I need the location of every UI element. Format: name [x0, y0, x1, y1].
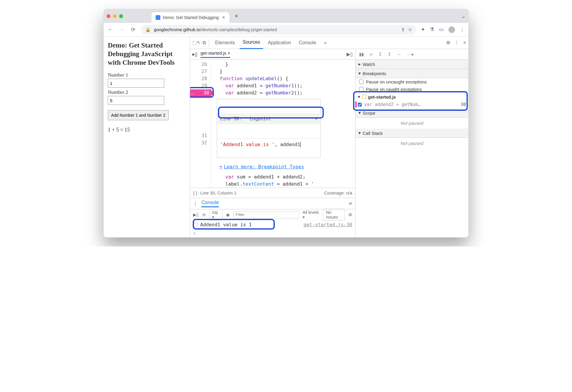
step-icon[interactable]: →: [397, 52, 401, 57]
reading-list-icon[interactable]: ▭: [439, 26, 444, 33]
add-button[interactable]: Add Number 1 and Number 2: [108, 110, 169, 120]
breakpoint-item[interactable]: var addend2 = getNum… 30: [355, 101, 468, 108]
tab-favicon-icon: [156, 15, 160, 20]
watch-section[interactable]: ▸ Watch: [355, 60, 468, 69]
console-log-row: Addend1 value is 1 get-started.js:30: [190, 220, 355, 229]
tabs-overflow-icon[interactable]: »: [321, 37, 330, 49]
pause-caught-checkbox[interactable]: [359, 87, 364, 91]
log-levels-dropdown[interactable]: All levels ▾: [303, 210, 319, 219]
forward-icon[interactable]: →: [118, 26, 125, 33]
breakpoint-file[interactable]: ▾ get-started.js: [355, 93, 468, 101]
tab-application[interactable]: Application: [265, 37, 294, 49]
live-expression-icon[interactable]: ◉: [226, 212, 230, 217]
cursor-position: Line 30, Column 1: [200, 190, 236, 195]
breakpoint-checkbox[interactable]: [358, 103, 362, 107]
address-bar[interactable]: 🔒 googlechrome.github.io/devtools-sample…: [141, 25, 416, 34]
pretty-print-icon[interactable]: { }: [193, 190, 197, 195]
code-lines: } } function updateLabel() { var addend1…: [211, 60, 355, 188]
editor-statusbar: { } Line 30, Column 1 Coverage: n/a: [190, 188, 355, 198]
pause-uncaught-checkbox[interactable]: [359, 80, 364, 84]
device-icon[interactable]: ⧉: [203, 40, 206, 45]
tab-title: Demo: Get Started Debugging: [163, 15, 219, 20]
number1-input[interactable]: [108, 79, 164, 88]
clear-console-icon[interactable]: ⊘: [202, 212, 206, 217]
scope-section[interactable]: ▾ Scope: [355, 108, 468, 118]
bookmark-icon[interactable]: ☆: [408, 27, 412, 32]
settings-icon[interactable]: ⚙: [446, 40, 450, 45]
logpoint-editor[interactable]: Line 30: Logpoint▾ 'Addend1 value is ', …: [217, 99, 321, 158]
step-into-icon[interactable]: ↧: [378, 52, 382, 57]
step-over-icon[interactable]: ⤼: [369, 52, 373, 57]
drawer-console-tab[interactable]: Console: [201, 200, 219, 207]
no-issues-badge[interactable]: No Issues: [323, 209, 345, 221]
console-filter-input[interactable]: [233, 211, 299, 218]
context-selector[interactable]: top ▾: [209, 209, 222, 220]
back-icon[interactable]: ←: [107, 26, 114, 33]
logpoint-marker[interactable]: ‥30: [190, 89, 211, 97]
arrow-circle-icon: ➜: [219, 163, 222, 170]
debugger-panel: ▮▮ ⤼ ↧ ↥ → ⟋● ▸ Watch ▾ Breakpoints Paus…: [355, 49, 468, 237]
pause-icon[interactable]: ▮▮: [359, 52, 364, 57]
tabs-dropdown-icon[interactable]: ⌄: [462, 13, 465, 19]
devtools: ⬚↖ ⧉ Elements Sources Application Consol…: [190, 37, 468, 237]
debugger-toolbar: ▮▮ ⤼ ↧ ↥ → ⟋●: [355, 49, 468, 60]
console-drawer: ⋮ Console × ▶▯ ⊘ top ▾ ◉ All levels ▾ No…: [190, 198, 355, 237]
file-tab[interactable]: get-started.js ×: [200, 50, 230, 58]
browser-window: Demo: Get Started Debugging × + ⌄ ← → ⟳ …: [103, 9, 469, 238]
inspect-icon[interactable]: ⬚↖: [192, 40, 201, 45]
file-icon: [362, 95, 366, 99]
gutter[interactable]: 26 27 28 29 ‥30 31 32: [190, 60, 211, 188]
tab-console[interactable]: Console: [296, 37, 319, 49]
zoom-window-icon[interactable]: [119, 14, 123, 18]
log-source-link[interactable]: get-started.js:30: [304, 222, 352, 227]
browser-tab[interactable]: Demo: Get Started Debugging ×: [151, 12, 229, 23]
tab-elements[interactable]: Elements: [212, 37, 238, 49]
lock-icon: 🔒: [145, 27, 151, 32]
demo-page: Demo: Get Started Debugging JavaScript w…: [104, 37, 190, 237]
url-host: googlechrome.github.io: [154, 27, 200, 32]
drawer-close-icon[interactable]: ×: [349, 200, 352, 207]
drawer-menu-icon[interactable]: ⋮: [193, 201, 198, 206]
console-play-icon[interactable]: ▶▯: [193, 212, 199, 217]
logpoint-badge-icon: [193, 223, 198, 227]
page-title: Demo: Get Started Debugging JavaScript w…: [108, 41, 186, 67]
devtools-menu-icon[interactable]: ⋮: [454, 40, 459, 45]
console-settings-icon[interactable]: ⚙: [348, 212, 352, 217]
run-snippet-icon[interactable]: ▶▯: [347, 51, 353, 57]
reload-icon[interactable]: ⟳: [130, 26, 136, 33]
breakpoints-section[interactable]: ▾ Breakpoints: [355, 69, 468, 78]
code-editor[interactable]: 26 27 28 29 ‥30 31 32 } } function updat…: [190, 60, 355, 188]
tab-sources[interactable]: Sources: [240, 37, 263, 49]
step-out-icon[interactable]: ↥: [388, 52, 391, 57]
result-text: 1 + 5 = 15: [108, 127, 186, 133]
learn-more-link[interactable]: ➜Learn more: Breakpoint Types: [214, 160, 355, 173]
minimize-window-icon[interactable]: [113, 14, 117, 18]
pause-uncaught-label: Pause on uncaught exceptions: [366, 79, 427, 84]
labs-icon[interactable]: ⚗: [430, 26, 434, 33]
logpoint-header: Line 30: Logpoint: [220, 115, 271, 122]
breakpoint-code: var addend2 = getNum…: [364, 102, 421, 107]
share-icon[interactable]: ⇪: [401, 27, 405, 32]
breakpoint-line-number: 30: [461, 102, 466, 107]
url-path: /devtools-samples/debug-js/get-started: [200, 27, 277, 32]
callstack-empty: Not paused: [355, 138, 468, 149]
number2-input[interactable]: [108, 96, 164, 105]
log-message: Addend1 value is 1: [200, 222, 252, 227]
logpoint-type-dropdown-icon[interactable]: ▾: [315, 115, 317, 122]
devtools-close-icon[interactable]: ×: [463, 40, 466, 45]
console-prompt[interactable]: ›: [190, 229, 355, 237]
close-tab-icon[interactable]: ×: [222, 15, 225, 20]
pause-caught-label: Pause on caught exceptions: [366, 87, 422, 92]
toolbar: ← → ⟳ 🔒 googlechrome.github.io/devtools-…: [104, 23, 468, 37]
close-window-icon[interactable]: [107, 14, 110, 18]
extensions-icon[interactable]: ✦: [421, 26, 425, 33]
devtools-tabbar: ⬚↖ ⧉ Elements Sources Application Consol…: [190, 37, 468, 49]
callstack-section[interactable]: ▾ Call Stack: [355, 129, 468, 138]
navigator-toggle-icon[interactable]: ▸▯: [192, 51, 197, 57]
profile-avatar-icon[interactable]: [448, 26, 455, 33]
new-tab-icon[interactable]: +: [235, 12, 238, 20]
logpoint-bar-icon: [355, 102, 357, 108]
deactivate-breakpoints-icon[interactable]: ⟋●: [407, 52, 414, 57]
file-tabbar: ▸▯ get-started.js × ▶▯: [190, 49, 355, 60]
chrome-menu-icon[interactable]: ⋮: [460, 26, 465, 33]
